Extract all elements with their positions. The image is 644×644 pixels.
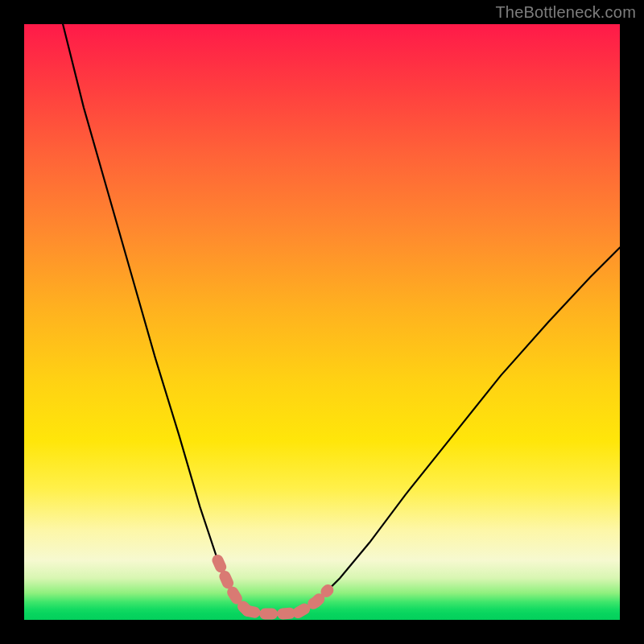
highlight-floor (248, 611, 299, 614)
highlight-right (298, 590, 328, 613)
highlight-left (218, 560, 248, 611)
plot-area (24, 24, 620, 620)
curve-layer (24, 24, 620, 620)
watermark-text: TheBottleneck.com (495, 3, 636, 22)
chart-frame: TheBottleneck.com (0, 0, 644, 644)
bottleneck-curve (63, 24, 620, 614)
